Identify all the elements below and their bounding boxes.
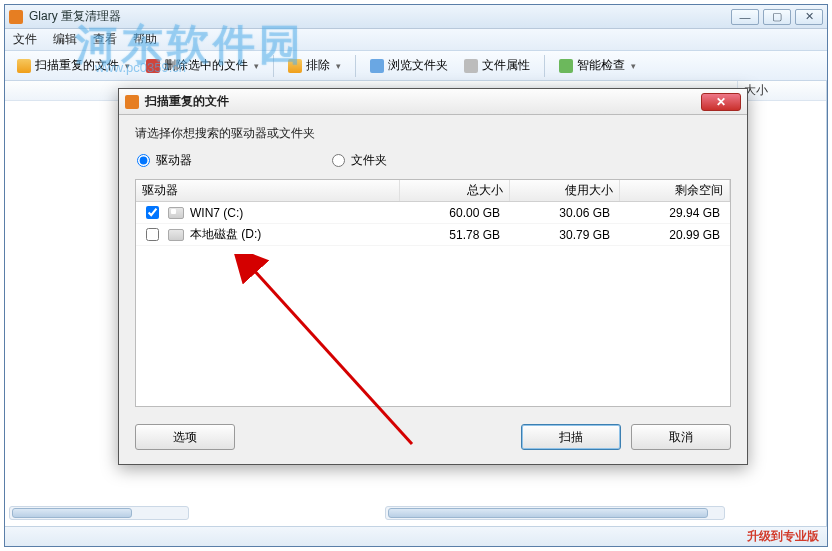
col-drive[interactable]: 驱动器: [136, 180, 400, 201]
browse-folder-button[interactable]: 浏览文件夹: [364, 54, 454, 77]
drive-checkbox[interactable]: [146, 206, 159, 219]
minimize-button[interactable]: —: [731, 9, 759, 25]
drive-list-header: 驱动器 总大小 使用大小 剩余空间: [136, 180, 730, 202]
drive-icon: [168, 207, 184, 219]
radio-folders[interactable]: 文件夹: [332, 152, 387, 169]
chevron-down-icon: ▾: [125, 61, 130, 71]
radio-drives-label: 驱动器: [156, 152, 192, 169]
radio-folders-input[interactable]: [332, 154, 345, 167]
menu-edit[interactable]: 编辑: [53, 31, 77, 48]
properties-icon: [464, 59, 478, 73]
dialog-instruction: 请选择你想搜索的驱动器或文件夹: [135, 125, 731, 142]
status-bar: 升级到专业版: [5, 526, 827, 546]
radio-drives-input[interactable]: [137, 154, 150, 167]
maximize-button[interactable]: ▢: [763, 9, 791, 25]
horizontal-scrollbar-right[interactable]: [385, 506, 725, 522]
app-icon: [9, 10, 23, 24]
drive-total: 60.00 GB: [400, 206, 510, 220]
options-button[interactable]: 选项: [135, 424, 235, 450]
separator: [273, 55, 274, 77]
menu-bar: 文件 编辑 查看 帮助: [5, 29, 827, 51]
browse-label: 浏览文件夹: [388, 57, 448, 74]
column-size-header[interactable]: 大小: [737, 81, 823, 101]
drive-list: 驱动器 总大小 使用大小 剩余空间 WIN7 (C:) 60.00 GB 30.…: [135, 179, 731, 407]
upgrade-link[interactable]: 升级到专业版: [747, 528, 819, 545]
table-row[interactable]: 本地磁盘 (D:) 51.78 GB 30.79 GB 20.99 GB: [136, 224, 730, 246]
scan-duplicates-button[interactable]: 扫描重复的文件 ▾: [11, 54, 136, 77]
drive-checkbox[interactable]: [146, 228, 159, 241]
folder-icon: [370, 59, 384, 73]
separator: [544, 55, 545, 77]
scan-dialog: 扫描重复的文件 ✕ 请选择你想搜索的驱动器或文件夹 驱动器 文件夹 驱动器 总大…: [118, 88, 748, 465]
col-free[interactable]: 剩余空间: [620, 180, 730, 201]
menu-file[interactable]: 文件: [13, 31, 37, 48]
dialog-titlebar: 扫描重复的文件 ✕: [119, 89, 747, 115]
menu-view[interactable]: 查看: [93, 31, 117, 48]
table-row[interactable]: WIN7 (C:) 60.00 GB 30.06 GB 29.94 GB: [136, 202, 730, 224]
col-used[interactable]: 使用大小: [510, 180, 620, 201]
chevron-down-icon: ▾: [254, 61, 259, 71]
close-button[interactable]: ✕: [795, 9, 823, 25]
delete-label: 删除选中的文件: [164, 57, 248, 74]
scan-button[interactable]: 扫描: [521, 424, 621, 450]
chevron-down-icon: ▾: [631, 61, 636, 71]
exclude-button[interactable]: 排除 ▾: [282, 54, 347, 77]
horizontal-scrollbar-left[interactable]: [9, 506, 189, 522]
drive-used: 30.06 GB: [510, 206, 620, 220]
menu-help[interactable]: 帮助: [133, 31, 157, 48]
smart-check-button[interactable]: 智能检查 ▾: [553, 54, 642, 77]
window-title: Glary 重复清理器: [29, 8, 731, 25]
radio-folders-label: 文件夹: [351, 152, 387, 169]
drive-total: 51.78 GB: [400, 228, 510, 242]
drive-free: 29.94 GB: [620, 206, 730, 220]
main-titlebar: Glary 重复清理器 — ▢ ✕: [5, 5, 827, 29]
dialog-icon: [125, 95, 139, 109]
cancel-button[interactable]: 取消: [631, 424, 731, 450]
exclude-icon: [288, 59, 302, 73]
properties-label: 文件属性: [482, 57, 530, 74]
drive-name: 本地磁盘 (D:): [190, 226, 261, 243]
drive-name: WIN7 (C:): [190, 206, 243, 220]
col-total[interactable]: 总大小: [400, 180, 510, 201]
exclude-label: 排除: [306, 57, 330, 74]
delete-selected-button[interactable]: 删除选中的文件 ▾: [140, 54, 265, 77]
drive-free: 20.99 GB: [620, 228, 730, 242]
dialog-close-button[interactable]: ✕: [701, 93, 741, 111]
separator: [355, 55, 356, 77]
radio-drives[interactable]: 驱动器: [137, 152, 192, 169]
drive-used: 30.79 GB: [510, 228, 620, 242]
check-icon: [559, 59, 573, 73]
scan-icon: [17, 59, 31, 73]
drive-icon: [168, 229, 184, 241]
chevron-down-icon: ▾: [336, 61, 341, 71]
toolbar: 扫描重复的文件 ▾ 删除选中的文件 ▾ 排除 ▾ 浏览文件夹 文件属性 智能检查…: [5, 51, 827, 81]
dialog-title: 扫描重复的文件: [145, 93, 701, 110]
delete-icon: [146, 59, 160, 73]
file-properties-button[interactable]: 文件属性: [458, 54, 536, 77]
scan-label: 扫描重复的文件: [35, 57, 119, 74]
smart-label: 智能检查: [577, 57, 625, 74]
